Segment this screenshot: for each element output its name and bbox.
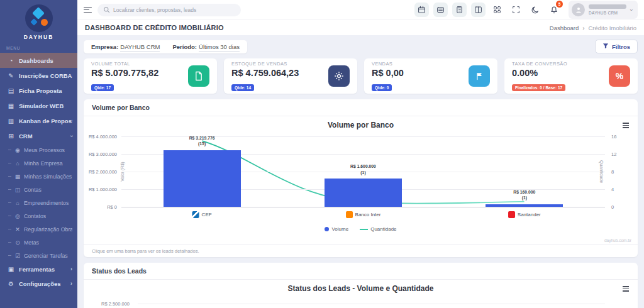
chart-title: Volume por Banco [84, 116, 638, 129]
calculator-icon: ▦ [8, 102, 14, 109]
search-input[interactable] [113, 7, 235, 13]
chart-legend: Volume Quantidade [84, 226, 638, 232]
sidebar-item-label: CRM [19, 133, 33, 140]
kpi-label: TAXA DE CONVERSÃO [512, 61, 609, 67]
kanban-board-icon[interactable] [471, 3, 486, 17]
santander-logo-icon [508, 211, 515, 218]
chart-title: Status dos Leads - Volume e Quantidade [84, 280, 638, 293]
legend-volume[interactable]: Volume [325, 226, 348, 232]
chart-menu-icon[interactable] [623, 286, 629, 292]
sidebar-item-kanban-de-propostas[interactable]: ▥Kanban de Propostas [0, 113, 77, 128]
sidebar-item-crm[interactable]: ⊞CRM› [0, 128, 77, 143]
sidebar-subitem-label: Meus Processos [24, 147, 65, 153]
sidebar-item-ficha-proposta[interactable]: ▤Ficha Proposta [0, 83, 77, 98]
sidebar-subitem-empreendimentos[interactable]: ⌂Empreendimentos [0, 196, 77, 209]
kpi-card: VOLUME TOTALR$ 5.079.775,82Qtde: 17 [84, 58, 217, 94]
sidebar-item-configuracoes[interactable]: ⚙Configurações› [0, 277, 77, 291]
dayhub-logo-icon [25, 4, 53, 32]
dark-mode-icon[interactable] [528, 3, 542, 17]
breadcrumb-home[interactable]: Dashboard [550, 25, 579, 31]
hamburger-menu-icon[interactable] [84, 7, 92, 13]
notification-badge: 5 [556, 1, 563, 8]
spreadsheet-icon: ▦ [14, 173, 21, 180]
apps-grid-icon[interactable] [490, 3, 504, 17]
tree-connector [8, 189, 11, 190]
sidebar-subitem-minhas-simulacoes[interactable]: ▦Minhas Simulações [0, 170, 77, 183]
chevron-right-icon: › [70, 267, 72, 272]
title-row: DASHBOARD DE CRÉDITO IMOBILIÁRIO Dashboa… [77, 19, 644, 35]
sidebar-item-label: Inscrições CORBAN [19, 72, 72, 79]
card-header: Status dos Leads [84, 263, 638, 280]
global-search[interactable] [97, 4, 241, 16]
percent-icon[interactable]: % [609, 65, 630, 87]
kpi-row: VOLUME TOTALR$ 5.079.775,82Qtde: 17ESTOQ… [84, 58, 638, 94]
notifications-icon[interactable]: 5 [547, 3, 561, 17]
context-info: Empresa:DAYHUB CRM Período:Últimos 30 di… [84, 40, 247, 53]
y-tick-right: 12 [611, 151, 616, 157]
app-logo[interactable]: DAYHUB [0, 0, 77, 41]
page-title: DASHBOARD DE CRÉDITO IMOBILIÁRIO [85, 24, 224, 31]
sidebar-item-label: Configurações [19, 280, 61, 287]
gear-icon[interactable] [328, 65, 350, 87]
sidebar-subitem-label: Regularização Obra [24, 226, 72, 233]
topbar-icons: 5 [414, 3, 561, 17]
grid-icon: ⊞ [8, 133, 14, 140]
legend-quantidade[interactable]: Quantidade [360, 226, 396, 232]
flag-icon[interactable] [469, 65, 490, 87]
avatar [572, 3, 585, 16]
x-label-cef[interactable]: CEF [192, 211, 212, 218]
sidebar-item-inscricoes-corban[interactable]: ✎Inscrições CORBAN [0, 68, 77, 83]
proposals-icon[interactable] [433, 3, 448, 17]
sidebar-menu: ◔Dashboards✎Inscrições CORBAN▤Ficha Prop… [0, 53, 77, 291]
sidebar-item-simulador-web[interactable]: ▦Simulador WEB [0, 98, 77, 113]
sidebar-item-ferramentas[interactable]: ▣Ferramentas› [0, 262, 77, 277]
periodo-label: Período: [172, 43, 197, 50]
bar-santander[interactable] [486, 204, 563, 207]
y-tick-left: R$ 3.000.000 [89, 151, 117, 157]
user-name-redacted [589, 4, 626, 9]
y-tick-left: R$ 1.000.000 [89, 187, 117, 192]
y-tick-left: R$ 2.000.000 [89, 169, 117, 175]
sidebar-subitem-gerenciar-tarefas[interactable]: ☑Gerenciar Tarefas [0, 249, 77, 262]
kpi-card: VENDASR$ 0,00Qtde: 0 [364, 58, 497, 94]
x-label-santander[interactable]: Santander [508, 211, 541, 218]
sidebar-subitem-label: Minha Empresa [24, 160, 63, 167]
user-menu[interactable]: DAYHUB CRM › [569, 1, 638, 19]
menu-section-label: MENU [0, 41, 77, 53]
top-bar: 5 DAYHUB CRM › DASHBOARD DE CRÉDITO IMOB… [77, 0, 644, 35]
tree-connector [8, 163, 11, 163]
sidebar-item-label: Ficha Proposta [19, 87, 62, 94]
schedule-icon[interactable] [414, 3, 429, 17]
search-icon [103, 4, 110, 16]
sidebar-subitem-meus-processos[interactable]: ◉Meus Processos [0, 143, 77, 157]
sidebar-subitem-minha-empresa[interactable]: ⌂Minha Empresa [0, 157, 77, 170]
bar-banco-inter[interactable] [325, 179, 402, 207]
filtros-button[interactable]: Filtros [595, 40, 638, 53]
chart-menu-icon[interactable] [623, 123, 629, 128]
file-icon[interactable] [188, 65, 209, 87]
gear-icon: ⚙ [8, 280, 14, 287]
y-tick: R$ 2.500.000 [101, 301, 130, 307]
chart-hint: Clique em uma barra para ver os leads de… [84, 245, 638, 257]
calculator-icon[interactable] [452, 3, 467, 17]
sidebar-subitem-metas[interactable]: ⊙Metas [0, 236, 77, 249]
breadcrumb: Dashboard › Crédito Imobiliário [550, 25, 636, 31]
tree-connector [8, 242, 11, 243]
sidebar-item-label: Dashboards [19, 57, 53, 64]
y-tick-left: R$ 4.000.000 [89, 134, 117, 140]
empresa-value: DAYHUB CRM [120, 43, 160, 52]
bar-cef[interactable] [164, 150, 241, 207]
kanban-icon: ▥ [8, 118, 14, 124]
user-company: DAYHUB CRM [589, 11, 626, 15]
fullscreen-icon[interactable] [509, 3, 523, 17]
volume-dot-icon [325, 227, 329, 231]
sidebar-item-dashboards[interactable]: ◔Dashboards [0, 53, 77, 68]
y-tick-right: 16 [611, 134, 616, 140]
bar-value-label: R$ 1.600.000(1) [319, 163, 408, 175]
sidebar-subitem-contatos[interactable]: ◎Contatos [0, 209, 77, 223]
sidebar-subitem-label: Contas [24, 187, 42, 193]
sidebar-subitem-contas[interactable]: ◫Contas [0, 183, 77, 196]
kpi-label: VOLUME TOTAL [91, 61, 188, 67]
sidebar-subitem-regularizacao-obra[interactable]: ✕Regularização Obra [0, 223, 77, 236]
x-label-banco-inter[interactable]: Banco Inter [346, 211, 381, 218]
